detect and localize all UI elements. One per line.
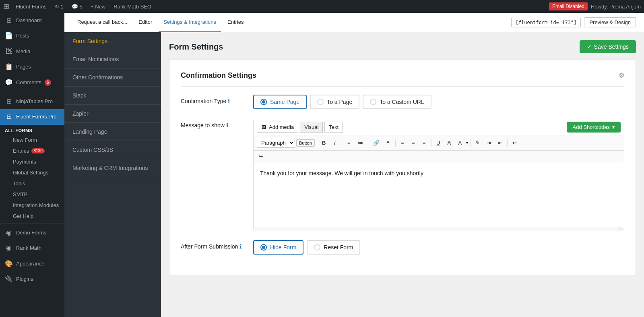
settings-nav-landing-page[interactable]: Landing Page	[64, 123, 161, 141]
settings-nav-email-notifications[interactable]: Email Notifications	[64, 50, 161, 68]
radio-to-custom-url[interactable]: To a Custom URL	[363, 95, 431, 109]
format-sep-4	[395, 139, 396, 147]
sidebar-subitem-payments[interactable]: Payments	[0, 156, 64, 167]
text-tab[interactable]: Text	[324, 122, 343, 133]
sidebar-subitem-integration-modules[interactable]: Integration Modules	[0, 200, 64, 211]
sidebar-item-rank-math[interactable]: ◉ Rank Math	[0, 240, 64, 256]
radio-circle-to-a-page	[317, 99, 324, 105]
button-format-btn[interactable]: Button	[296, 139, 315, 147]
editor-resize-handle[interactable]: ⤡	[254, 227, 624, 230]
adminbar-new[interactable]: + New	[87, 0, 109, 13]
add-media-button[interactable]: 🖼 Add media	[257, 122, 298, 133]
undo-button[interactable]: ↩	[510, 138, 520, 147]
sidebar-item-media[interactable]: 🖼 Media	[0, 44, 64, 59]
confirmation-settings-panel: Confirmation Settings ⚙ Confirmation Typ…	[169, 60, 636, 276]
email-disabled-badge: Email Disabled	[549, 2, 588, 10]
pages-icon: 📋	[5, 62, 13, 71]
sidebar-subitem-get-help[interactable]: Get Help	[0, 211, 64, 222]
underline-button[interactable]: U	[433, 138, 443, 147]
adminbar-updates[interactable]: ↻ 1	[52, 0, 67, 13]
settings-gear-icon[interactable]: ⚙	[619, 72, 624, 79]
strikethrough-button[interactable]: A	[444, 138, 454, 147]
save-settings-button[interactable]: ✓ Save Settings	[580, 40, 636, 53]
align-center-button[interactable]: ≡	[409, 138, 418, 147]
sidebar-item-dashboard[interactable]: ⊞ Dashboard	[0, 13, 64, 28]
radio-dot-same-page	[262, 100, 265, 104]
sidebar-subitem-smtp[interactable]: SMTP	[0, 189, 64, 200]
page-title: Form Settings	[169, 42, 223, 52]
blockquote-button[interactable]: ❝	[384, 138, 393, 147]
preview-design-button[interactable]: Preview & Design	[584, 17, 636, 27]
sidebar-item-comments[interactable]: 💬 Comments 6	[0, 75, 64, 90]
align-left-button[interactable]: ≡	[398, 138, 407, 147]
sidebar: ⊞ Dashboard 📄 Posts 🖼 Media 📋 Pages 💬 Co…	[0, 13, 64, 317]
add-shortcodes-button[interactable]: Add Shortcodes ▾	[567, 122, 621, 133]
sidebar-item-plugins[interactable]: 🔌 Plugins	[0, 271, 64, 287]
after-form-submission-label: After Form Submission ℹ	[181, 240, 245, 250]
bold-button[interactable]: B	[319, 138, 329, 147]
redo-button[interactable]: ↪	[257, 152, 265, 160]
confirmation-type-label: Confirmation Type ℹ	[181, 95, 245, 104]
outdent-button[interactable]: ⇤	[495, 138, 505, 147]
text-color-button[interactable]: A	[455, 138, 465, 147]
comments-icon: 💬	[5, 78, 13, 87]
settings-nav-zapier[interactable]: Zapier	[64, 105, 161, 123]
radio-same-page[interactable]: Same Page	[253, 95, 307, 109]
adminbar-site-name[interactable]: Fluent Forms	[12, 0, 50, 13]
sidebar-item-ninjatables[interactable]: ⊞ NinjaTables Pro	[0, 94, 64, 109]
italic-button[interactable]: I	[330, 138, 340, 147]
align-right-button[interactable]: ≡	[419, 138, 429, 147]
sidebar-divider-2	[0, 223, 64, 224]
tab-editor[interactable]: Editor	[134, 13, 157, 32]
link-button[interactable]: 🔗	[370, 138, 382, 147]
resize-icon: ⤡	[618, 226, 622, 231]
tab-entries[interactable]: Entries	[223, 13, 248, 32]
settings-nav-custom-css-js[interactable]: Custom CSS/JS	[64, 141, 161, 159]
settings-nav-marketing-crm[interactable]: Marketing & CRM Integrations	[64, 159, 161, 177]
sidebar-subitem-tools[interactable]: Tools	[0, 178, 64, 189]
settings-content: Form Settings ✓ Save Settings Confirmati…	[161, 32, 644, 317]
shortcode-display[interactable]: [fluentform id="173"]	[511, 18, 581, 27]
settings-nav-slack[interactable]: Slack	[64, 87, 161, 105]
settings-nav-form-settings[interactable]: Form Settings	[64, 32, 161, 50]
sidebar-item-appearance[interactable]: 🎨 Appearance	[0, 256, 64, 271]
edit-button[interactable]: ✎	[473, 138, 483, 147]
confirmation-settings-title: Confirmation Settings ⚙	[181, 71, 624, 87]
indent-button[interactable]: ⇥	[484, 138, 494, 147]
adminbar-right: Email Disabled Howdy, Prema Anjum	[549, 2, 641, 10]
add-media-icon: 🖼	[261, 124, 266, 130]
adminbar-comments[interactable]: 💬 5	[68, 0, 86, 13]
fluent-forms-icon: ⊞	[5, 112, 13, 121]
paragraph-select[interactable]: Paragraph	[257, 138, 295, 148]
sidebar-subitem-new-form[interactable]: New Form	[0, 135, 64, 145]
unordered-list-button[interactable]: ≡	[344, 138, 354, 147]
plugins-icon: 🔌	[5, 275, 13, 284]
sidebar-item-fluent-forms[interactable]: ⊞ Fluent Forms Pro	[0, 109, 64, 124]
tab-settings-integrations[interactable]: Settings & Integrations	[159, 13, 221, 32]
adminbar-rank-math[interactable]: Rank Math SEO	[110, 0, 155, 13]
after-form-submission-info-icon[interactable]: ℹ	[239, 243, 242, 250]
sidebar-item-posts[interactable]: 📄 Posts	[0, 28, 64, 44]
radio-reset-form[interactable]: Reset Form	[307, 240, 360, 255]
sidebar-item-pages[interactable]: 📋 Pages	[0, 59, 64, 75]
confirmation-type-controls: Same Page To a Page To a Custom URL	[253, 95, 624, 109]
tab-request-call-back[interactable]: Request a call back...	[72, 13, 132, 32]
radio-hide-form[interactable]: Hide Form	[253, 240, 303, 255]
dashboard-icon: ⊞	[5, 16, 13, 25]
ordered-list-button[interactable]: ≔	[355, 138, 366, 147]
editor-redo-row: ↪	[254, 151, 624, 162]
media-icon: 🖼	[5, 47, 13, 56]
format-sep-5	[431, 139, 431, 147]
confirmation-type-info-icon[interactable]: ℹ	[228, 98, 230, 104]
visual-tab[interactable]: Visual	[300, 122, 323, 133]
confirmation-type-row: Confirmation Type ℹ Same Page	[181, 95, 624, 109]
message-info-icon[interactable]: ℹ	[226, 122, 228, 128]
radio-circle-hide-form	[260, 244, 267, 251]
sidebar-subitem-global-settings[interactable]: Global Settings	[0, 167, 64, 178]
settings-nav-other-confirmations[interactable]: Other Confirmations	[64, 68, 161, 87]
sidebar-item-demo-forms[interactable]: ◉ Demo Forms	[0, 225, 64, 240]
sidebar-subitem-entries[interactable]: Entries 8130	[0, 145, 64, 156]
radio-to-a-page[interactable]: To a Page	[310, 95, 359, 109]
editor-body[interactable]: Thank you for your message. We will get …	[254, 162, 624, 227]
settings-nav: Form Settings Email Notifications Other …	[64, 32, 161, 317]
